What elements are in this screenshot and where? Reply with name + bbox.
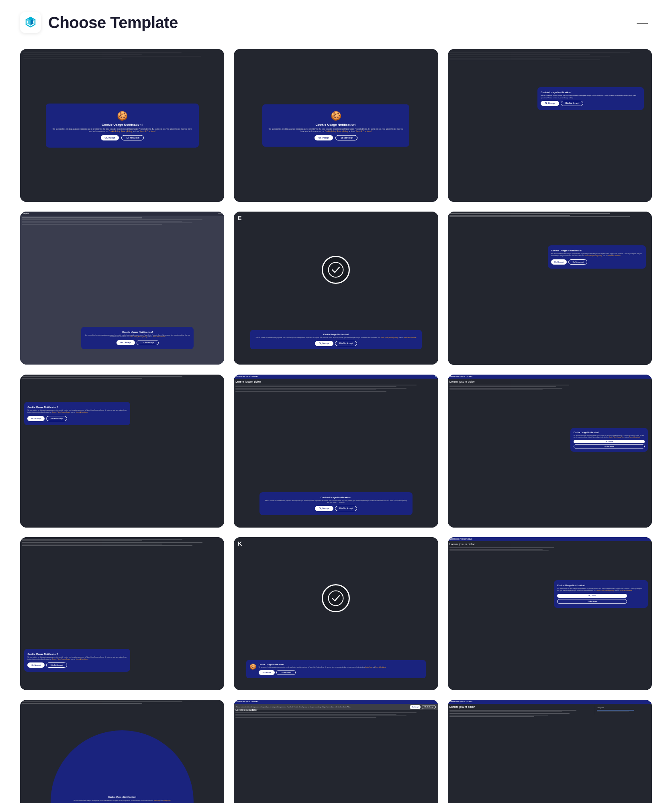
template-card-10[interactable]: Cookie Usage Notification! We use cookie… xyxy=(20,537,224,690)
logo xyxy=(20,12,41,33)
app-container: Choose Template — 🍪 Cookie Usage Notific… xyxy=(0,0,672,803)
letter-badge-11: K xyxy=(238,540,242,547)
cookie-text-2: We use cookies for data analysis purpose… xyxy=(268,128,404,133)
mini-header-15: FLIPPERCODE PRODUCTS DEMO 🔍 xyxy=(448,700,652,704)
lorem-title-8: Lorem ipsum dolor xyxy=(235,380,436,383)
template-card-11[interactable]: K 🍪 Cookie Usage Notification! We use co… xyxy=(234,537,438,690)
cookie-buttons-7: Ok, I Accept I Do Not Accept xyxy=(27,416,127,421)
cookie-title-11: Cookie Usage Notification! xyxy=(259,663,386,666)
template-grid: 🍪 Cookie Usage Notification! We use cook… xyxy=(0,41,672,803)
lorem-title-15: Lorem ipsum dolor xyxy=(449,705,591,708)
page-title: Choose Template xyxy=(48,14,178,32)
lorem-title-12: Lorem ipsum dolor xyxy=(449,543,566,546)
cookie-popup-10: Cookie Usage Notification! We use cookie… xyxy=(24,649,130,672)
accept-button-10[interactable]: Ok, I Accept xyxy=(27,662,45,668)
reject-button-2[interactable]: I Do Not Accept xyxy=(335,135,357,141)
template-card-9[interactable]: FLIPPERCODE PRODUCTS DEMO Lorem ipsum do… xyxy=(448,375,652,528)
cookie-buttons-2: Ok, I Accept I Do Not Accept xyxy=(268,135,404,141)
accept-button-9[interactable]: Ok, I Accept xyxy=(574,440,645,443)
accept-button-3[interactable]: Ok, I Accept xyxy=(541,101,559,106)
cookie-popup-5: Cookie Usage Notification! We use cookie… xyxy=(250,330,422,349)
svg-point-1 xyxy=(329,263,343,277)
cookie-text: We use cookies for data analysis purpose… xyxy=(51,128,193,133)
accept-button-7[interactable]: Ok, I Accept xyxy=(27,416,45,421)
cookie-buttons-12: Ok, I Accept I Do Not Accept xyxy=(557,594,645,604)
accept-button-4[interactable]: Ok, I Accept xyxy=(116,340,135,345)
cookie-title-12: Cookie Usage Notification! xyxy=(557,584,645,587)
reject-button-8[interactable]: I Do Not Accept xyxy=(335,506,357,511)
cookie-title-2: Cookie Usage Notification! xyxy=(268,122,404,126)
cookie-title-4: Cookie Usage Notification! xyxy=(84,331,190,333)
minimize-button[interactable]: — xyxy=(633,15,652,30)
lorem-title-9: Lorem ipsum dolor xyxy=(449,380,583,383)
template-card-6[interactable]: Cookie Usage Notification! We use cookie… xyxy=(448,212,652,365)
reject-button-11[interactable]: I Do Not Accept xyxy=(276,670,296,675)
cookie-buttons-5: Ok, I Accept I Do Not Accept xyxy=(254,341,418,346)
mini-header-14: FLIPPERCODE PRODUCTS DEMO xyxy=(234,700,438,704)
cookie-icon-11: 🍪 xyxy=(249,663,256,670)
cookie-title-3: Cookie Usage Notification! xyxy=(541,91,640,94)
template-card-1[interactable]: 🍪 Cookie Usage Notification! We use cook… xyxy=(20,49,224,202)
cookie-title-7: Cookie Usage Notification! xyxy=(27,406,127,408)
template-card-4[interactable]: Categories Search... Cookie Usage Notifi… xyxy=(20,212,224,365)
cookie-popup-6: Cookie Usage Notification! We use cookie… xyxy=(548,245,646,269)
cookie-buttons-11: Ok, I Accept I Do Not Accept xyxy=(259,670,386,675)
template-card-15[interactable]: FLIPPERCODE PRODUCTS DEMO 🔍 Lorem ipsum … xyxy=(448,700,652,803)
checkmark-overlay-5 xyxy=(322,256,350,284)
accept-button[interactable]: Ok, I Accept xyxy=(101,135,119,141)
accept-button-11[interactable]: Ok, I Accept xyxy=(259,670,275,675)
template-card-12[interactable]: FLIPPERCODE PRODUCTS DEMO Lorem ipsum do… xyxy=(448,537,652,690)
mini-header-12: FLIPPERCODE PRODUCTS DEMO xyxy=(448,537,652,541)
reject-button-3[interactable]: I Do Not Accept xyxy=(561,101,583,106)
cookie-buttons: Ok, I Accept I Do Not Accept xyxy=(51,135,193,141)
mini-header-9: FLIPPERCODE PRODUCTS DEMO xyxy=(448,375,652,379)
cookie-title: Cookie Usage Notification! xyxy=(51,122,193,126)
reject-button-9[interactable]: I Do Not Accept xyxy=(574,444,645,448)
cookie-buttons-10: Ok, I Accept I Do Not Accept xyxy=(27,662,127,668)
template-card-7[interactable]: Cookie Usage Notification! We use cookie… xyxy=(20,375,224,528)
accept-button-2[interactable]: Ok, I Accept xyxy=(315,135,333,141)
cookie-popup-9: Cookie Usage Notification! We use cookie… xyxy=(570,428,648,452)
reject-button-6[interactable]: I Do Not Accept xyxy=(568,259,588,265)
cookie-buttons-9: Ok, I Accept I Do Not Accept xyxy=(574,440,645,448)
template-card-2[interactable]: 🍪 Cookie Usage Notification! We use cook… xyxy=(234,49,438,202)
accept-button-6[interactable]: Ok, I Accept xyxy=(551,259,567,265)
mini-header-8: FLIPPERCODE PRODUCTS DEMO 🔍 xyxy=(234,375,438,379)
template-card-14[interactable]: FLIPPERCODE PRODUCTS DEMO We use cookies… xyxy=(234,700,438,803)
cookie-title-10: Cookie Usage Notification! xyxy=(27,653,127,655)
accept-button-8[interactable]: Ok, I Accept xyxy=(315,506,333,511)
cookie-popup-8: Cookie Usage Notification! We use cookie… xyxy=(259,492,413,515)
letter-badge-5: E xyxy=(238,215,241,221)
cookie-text-4: We use cookies for data analysis purpose… xyxy=(84,334,190,338)
cookie-icon-2: 🍪 xyxy=(268,110,404,121)
cookie-title-8: Cookie Usage Notification! xyxy=(264,496,408,499)
header: Choose Template — xyxy=(0,0,672,41)
cookie-text-3: We use cookies to provide you the best p… xyxy=(541,95,640,99)
reject-button[interactable]: I Do Not Accept xyxy=(121,135,143,141)
reject-button-10[interactable]: I Do Not Accept xyxy=(46,662,67,668)
accept-button-12[interactable]: Ok, I Accept xyxy=(557,594,627,598)
template-card-3[interactable]: Cookie Usage Notification! We use cookie… xyxy=(448,49,652,202)
cookie-icon: 🍪 xyxy=(51,110,193,121)
cookie-title-5: Cookie Usage Notification! xyxy=(254,333,418,336)
cookie-popup-7: Cookie Usage Notification! We use cookie… xyxy=(24,402,130,425)
reject-button-5[interactable]: I Do Not Accept xyxy=(335,341,357,346)
cookie-popup-11: 🍪 Cookie Usage Notification! We use cook… xyxy=(246,660,426,678)
cookie-title-13: Cookie Usage Notification! xyxy=(108,796,136,798)
accept-button-5[interactable]: Ok, I Accept xyxy=(315,341,333,346)
template-card-5[interactable]: E Cookie Usage Notification! We use cook… xyxy=(234,212,438,365)
lorem-title-14: Lorem ipsum dolor xyxy=(235,709,436,711)
cookie-buttons-8: Ok, I Accept I Do Not Accept xyxy=(264,506,408,511)
template-card-8[interactable]: FLIPPERCODE PRODUCTS DEMO 🔍 Lorem ipsum … xyxy=(234,375,438,528)
template-card-13[interactable]: Cookie Usage Notification! We use cookie… xyxy=(20,700,224,803)
header-left: Choose Template xyxy=(20,12,178,33)
cookie-buttons-4: Ok, I Accept I Do Not Accept xyxy=(84,340,190,345)
svg-point-2 xyxy=(329,591,343,606)
cookie-buttons-3: Ok, I Accept I Do Not Accept xyxy=(541,101,640,106)
reject-button-12[interactable]: I Do Not Accept xyxy=(557,599,627,604)
reject-button-4[interactable]: I Do Not Accept xyxy=(137,340,159,345)
mini-header-4: Categories Search... xyxy=(20,212,224,216)
cookie-title-9: Cookie Usage Notification! xyxy=(574,431,645,434)
reject-button-7[interactable]: I Do Not Accept xyxy=(46,416,67,421)
cookie-title-6: Cookie Usage Notification! xyxy=(551,249,643,252)
